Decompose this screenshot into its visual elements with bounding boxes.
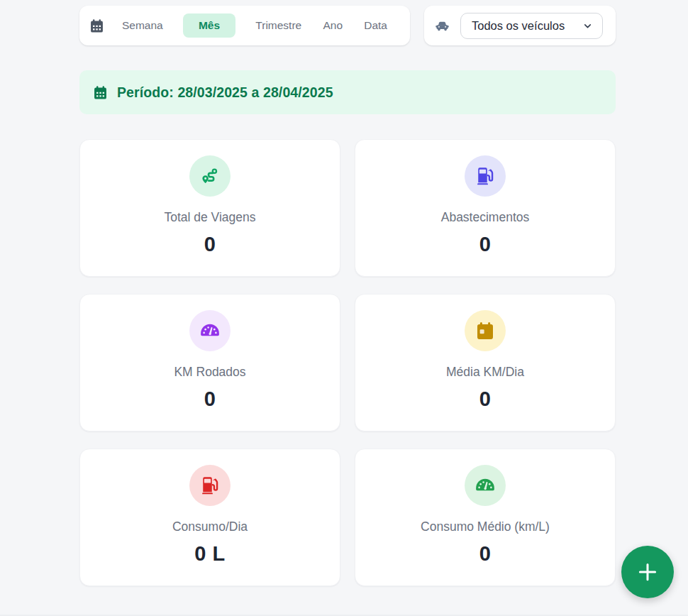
period-filter-card: Semana Mês Trimestre Ano Data bbox=[79, 6, 410, 45]
card-label: Total de Viagens bbox=[164, 210, 255, 225]
plus-icon bbox=[637, 561, 658, 583]
card-abastecimentos: Abastecimentos 0 bbox=[355, 139, 616, 277]
card-label: Consumo Médio (km/L) bbox=[421, 519, 550, 534]
chevron-down-icon bbox=[582, 21, 593, 31]
card-label: Média KM/Dia bbox=[446, 365, 524, 380]
tab-ano[interactable]: Ano bbox=[321, 15, 344, 36]
tab-semana[interactable]: Semana bbox=[121, 15, 165, 36]
top-bar: Semana Mês Trimestre Ano Data Todos os v… bbox=[79, 6, 616, 45]
car-icon bbox=[433, 17, 451, 35]
card-value: 0 bbox=[479, 387, 492, 411]
dashboard: Semana Mês Trimestre Ano Data Todos os v… bbox=[79, 6, 616, 586]
card-consumo-medio: Consumo Médio (km/L) 0 bbox=[355, 449, 616, 586]
vehicle-select[interactable]: Todos os veículos bbox=[460, 13, 603, 39]
card-media-km-dia: Média KM/Dia 0 bbox=[355, 294, 616, 431]
period-tabs: Semana Mês Trimestre Ano Data bbox=[121, 13, 389, 38]
tab-mes[interactable]: Mês bbox=[183, 13, 235, 38]
calendar-day-icon bbox=[465, 310, 506, 351]
card-label: KM Rodados bbox=[174, 365, 245, 380]
period-banner-text: Período: 28/03/2025 a 28/04/2025 bbox=[117, 84, 333, 101]
card-consumo-dia: Consumo/Dia 0 L bbox=[79, 449, 340, 586]
calendar-days-icon bbox=[89, 18, 105, 34]
card-value: 0 bbox=[204, 233, 216, 256]
vehicle-filter-card: Todos os veículos bbox=[424, 6, 616, 45]
card-km-rodados: KM Rodados 0 bbox=[79, 294, 340, 431]
period-banner: Período: 28/03/2025 a 28/04/2025 bbox=[79, 70, 616, 114]
card-value: 0 bbox=[479, 542, 492, 566]
card-value: 0 bbox=[204, 387, 216, 411]
calendar-days-icon bbox=[92, 84, 109, 101]
card-label: Abastecimentos bbox=[441, 210, 530, 225]
card-total-viagens: Total de Viagens 0 bbox=[79, 139, 340, 277]
stats-grid: Total de Viagens 0 Abastecimentos 0 KM R… bbox=[79, 139, 616, 586]
card-value: 0 L bbox=[194, 542, 225, 566]
gauge-icon bbox=[465, 465, 506, 506]
vehicle-select-value: Todos os veículos bbox=[472, 19, 565, 33]
gas-pump-icon bbox=[189, 465, 231, 506]
gauge-icon bbox=[189, 310, 231, 351]
tab-trimestre[interactable]: Trimestre bbox=[254, 15, 303, 36]
gas-pump-icon bbox=[465, 155, 506, 197]
card-value: 0 bbox=[479, 233, 492, 256]
route-icon bbox=[189, 155, 231, 197]
card-label: Consumo/Dia bbox=[172, 519, 248, 534]
tab-data[interactable]: Data bbox=[362, 15, 389, 36]
add-button[interactable] bbox=[621, 546, 674, 598]
